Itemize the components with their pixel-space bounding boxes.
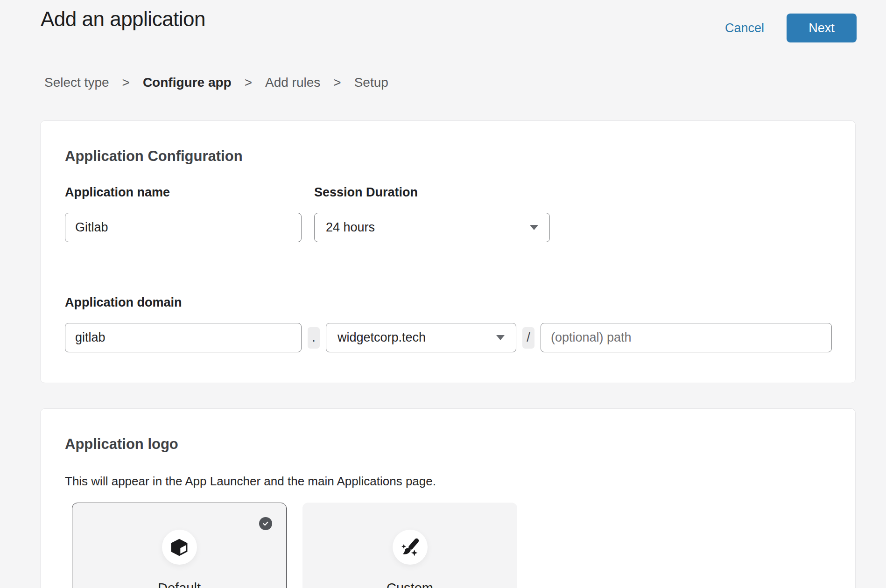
breadcrumb-step-add-rules[interactable]: Add rules xyxy=(265,75,320,91)
breadcrumb-separator: > xyxy=(122,75,130,91)
logo-option-custom[interactable]: Custom xyxy=(302,503,517,588)
page-header: Add an application Cancel Next xyxy=(0,7,886,31)
domain-select[interactable]: widgetcorp.tech xyxy=(326,323,516,352)
header-actions: Cancel Next xyxy=(725,14,857,42)
slash-separator: / xyxy=(522,327,534,349)
paintbrush-icon xyxy=(393,530,428,565)
application-name-label: Application name xyxy=(65,185,302,200)
session-duration-select[interactable]: 24 hours xyxy=(314,213,550,242)
name-session-labels: Application name Session Duration 24 hou… xyxy=(65,185,831,242)
application-logo-description: This will appear in the App Launcher and… xyxy=(65,474,831,489)
session-duration-field-wrap: 24 hours xyxy=(314,213,550,242)
breadcrumb: Select type > Configure app > Add rules … xyxy=(44,75,886,91)
chevron-down-icon xyxy=(496,335,505,340)
breadcrumb-step-setup[interactable]: Setup xyxy=(354,75,388,91)
dot-separator: . xyxy=(308,327,320,349)
application-configuration-card: Application Configuration Application na… xyxy=(40,120,856,383)
session-duration-label: Session Duration xyxy=(314,185,550,200)
application-name-field-wrap xyxy=(65,213,302,242)
application-name-input[interactable] xyxy=(65,213,302,242)
subdomain-input[interactable] xyxy=(65,323,302,352)
breadcrumb-separator: > xyxy=(245,75,252,91)
logo-options: Default Custom xyxy=(72,503,831,588)
chevron-down-icon xyxy=(530,225,538,230)
path-input[interactable] xyxy=(541,323,832,352)
application-configuration-heading: Application Configuration xyxy=(65,147,831,166)
session-duration-value: 24 hours xyxy=(326,220,375,235)
check-icon xyxy=(259,517,272,530)
logo-option-default[interactable]: Default xyxy=(72,503,287,588)
breadcrumb-step-configure-app[interactable]: Configure app xyxy=(143,75,232,91)
application-domain-row: . widgetcorp.tech / xyxy=(65,323,831,352)
breadcrumb-step-select-type[interactable]: Select type xyxy=(44,75,109,91)
application-logo-card: Application logo This will appear in the… xyxy=(40,408,856,588)
application-domain-label: Application domain xyxy=(65,295,831,310)
next-button[interactable]: Next xyxy=(787,14,857,42)
domain-select-value: widgetcorp.tech xyxy=(338,330,426,345)
logo-option-label: Custom xyxy=(387,581,433,588)
application-logo-heading: Application logo xyxy=(65,435,831,454)
logo-option-label: Default xyxy=(158,581,201,588)
cancel-button[interactable]: Cancel xyxy=(725,21,764,35)
breadcrumb-separator: > xyxy=(333,75,341,91)
cube-icon xyxy=(162,530,197,565)
